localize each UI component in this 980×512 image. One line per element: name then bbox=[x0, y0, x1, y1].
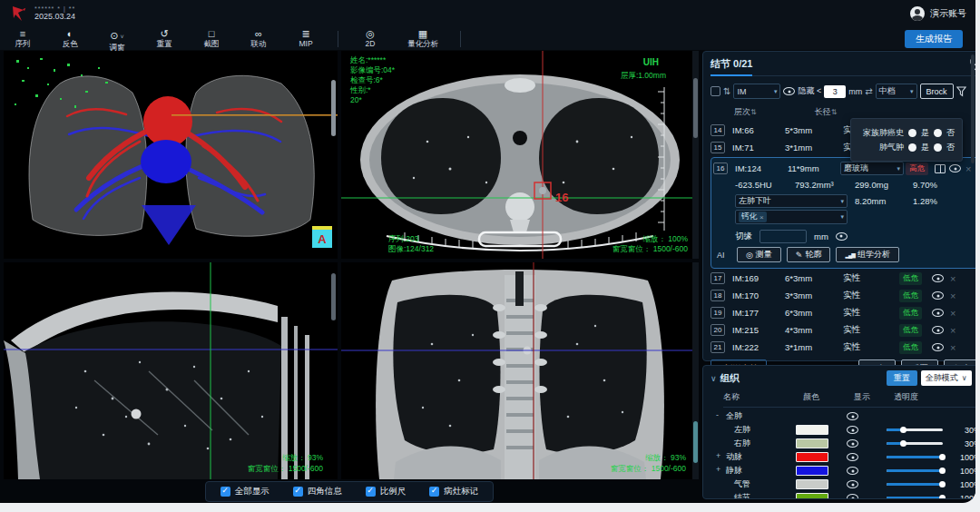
eye-icon[interactable] bbox=[949, 164, 961, 172]
sign-tags-select[interactable]: 钙化 ▾ bbox=[735, 210, 848, 224]
compare-icon[interactable] bbox=[935, 164, 946, 173]
toolbar-item-screenshot[interactable]: □ 截图 bbox=[196, 29, 227, 48]
checkbox-lesion-marks[interactable]: 病灶标记 bbox=[429, 486, 478, 497]
viewport-3d[interactable]: A bbox=[4, 51, 338, 259]
sort-icon[interactable]: ⇅ bbox=[723, 86, 730, 96]
radiomics-button[interactable]: ▂▄▆组学分析 bbox=[836, 247, 898, 262]
viewport-axial-scrollbar[interactable] bbox=[693, 78, 698, 138]
contour-button[interactable]: ✎轮廓 bbox=[787, 247, 831, 262]
eye-icon[interactable] bbox=[932, 326, 944, 334]
viewport-axial[interactable]: 16 姓名:****** 影像编号:04* 检查号:6* 性别:* 20* UI… bbox=[341, 51, 699, 259]
toolbar-item-quant-analysis[interactable]: ▦ 量化分析 bbox=[402, 29, 444, 48]
delete-icon[interactable] bbox=[950, 325, 963, 336]
collapse-icon[interactable]: ∨ bbox=[710, 374, 717, 383]
eye-icon[interactable] bbox=[847, 412, 858, 420]
radio-no[interactable] bbox=[934, 129, 942, 137]
lung-mode-select[interactable]: 全肺模式∨ bbox=[921, 370, 972, 386]
delete-icon[interactable] bbox=[965, 163, 975, 174]
color-swatch[interactable] bbox=[796, 425, 828, 435]
eye-icon[interactable] bbox=[836, 232, 848, 241]
tissue-reset-button[interactable]: 重置 bbox=[887, 370, 917, 386]
color-swatch[interactable] bbox=[796, 466, 828, 476]
tissue-row-whole-lung[interactable]: -全肺 bbox=[716, 409, 975, 423]
expand-toggle[interactable]: - bbox=[716, 410, 722, 422]
tissue-row-artery[interactable]: +动脉 100% bbox=[716, 450, 975, 464]
right-panel-scrollbar[interactable] bbox=[971, 54, 975, 163]
viewport-coronal-scrollbar[interactable] bbox=[693, 421, 698, 463]
expand-toggle[interactable]: + bbox=[716, 451, 722, 463]
toolbar-item-invert[interactable]: ◐ 反色 bbox=[54, 29, 85, 48]
nodule-row[interactable]: 18 IM:170 3*3mm 实性 低危 bbox=[710, 287, 975, 304]
delete-icon[interactable] bbox=[950, 273, 963, 284]
toolbar-item-link[interactable]: ∞ 联动 bbox=[243, 29, 274, 48]
toolbar-item-mip[interactable]: ≣ MIP bbox=[290, 29, 321, 48]
tissue-row-vein[interactable]: +静脉 100% bbox=[716, 464, 975, 478]
filter-funnel-icon[interactable] bbox=[956, 86, 966, 97]
eye-icon[interactable] bbox=[783, 87, 795, 95]
remove-tag-icon[interactable] bbox=[760, 213, 764, 222]
slider-thumb[interactable] bbox=[900, 427, 906, 433]
delete-icon[interactable] bbox=[950, 342, 963, 353]
opacity-slider[interactable] bbox=[887, 456, 943, 458]
3d-lung-render[interactable] bbox=[4, 51, 338, 259]
sort-icon[interactable]: ⇅ bbox=[831, 108, 838, 116]
nodule-row[interactable]: 17 IM:169 6*3mm 实性 低危 bbox=[710, 270, 975, 287]
nodule-row[interactable]: 20 IM:215 4*3mm 实性 低危 bbox=[710, 321, 975, 339]
eye-icon[interactable] bbox=[932, 291, 944, 300]
eye-icon[interactable] bbox=[847, 426, 858, 434]
eye-icon[interactable] bbox=[932, 309, 944, 317]
toolbar-item-reset[interactable]: ↺ 重置 bbox=[149, 29, 180, 48]
toolbar-item-series[interactable]: ≡ 序列 bbox=[7, 29, 38, 48]
select-all-checkbox[interactable] bbox=[710, 86, 720, 96]
opacity-slider[interactable] bbox=[887, 442, 943, 445]
opacity-slider[interactable] bbox=[887, 428, 943, 431]
opacity-slider[interactable] bbox=[887, 469, 943, 472]
swap-icon[interactable]: ⇄ bbox=[865, 86, 872, 96]
viewport-coronal[interactable]: 缩放： 93% 窗宽窗位： 1500/-600 bbox=[341, 262, 699, 479]
sort-icon[interactable]: ⇅ bbox=[750, 108, 757, 116]
toolbar-item-window[interactable]: ⊙˅ 调窗 bbox=[102, 26, 132, 52]
slider-thumb[interactable] bbox=[939, 454, 946, 460]
color-swatch[interactable] bbox=[796, 479, 828, 489]
hide-threshold-input[interactable] bbox=[824, 85, 846, 98]
radio-yes[interactable] bbox=[908, 143, 916, 152]
opacity-slider[interactable] bbox=[887, 483, 943, 486]
eye-icon[interactable] bbox=[932, 274, 944, 282]
eye-icon[interactable] bbox=[847, 467, 858, 475]
delete-icon[interactable] bbox=[950, 290, 963, 301]
nodule-row[interactable]: 21 IM:222 3*1mm 实性 低危 bbox=[710, 339, 975, 356]
radio-no[interactable] bbox=[934, 143, 942, 152]
slider-thumb[interactable] bbox=[939, 481, 946, 487]
color-swatch[interactable] bbox=[796, 438, 828, 448]
viewport-3d-scrollbar[interactable] bbox=[331, 80, 336, 136]
location-select[interactable]: 左肺下叶▾ bbox=[735, 194, 848, 208]
checkbox-corner-info[interactable]: 四角信息 bbox=[293, 486, 342, 497]
measure-button[interactable]: ◎测量 bbox=[737, 247, 781, 262]
slider-thumb[interactable] bbox=[939, 495, 946, 499]
generate-report-button[interactable]: 生成报告 bbox=[905, 30, 963, 48]
user-avatar[interactable] bbox=[910, 6, 925, 21]
eye-icon[interactable] bbox=[932, 343, 944, 351]
eye-icon[interactable] bbox=[847, 480, 858, 488]
checkbox-show-all[interactable]: 全部显示 bbox=[220, 486, 270, 497]
slider-thumb[interactable] bbox=[939, 468, 946, 474]
checkbox-icon[interactable] bbox=[429, 487, 439, 497]
viewport-sagittal[interactable]: 缩放： 93% 窗宽窗位： 1500/-600 bbox=[4, 262, 338, 479]
color-swatch[interactable] bbox=[796, 493, 828, 499]
brock-button[interactable]: Brock bbox=[920, 84, 954, 99]
expand-toggle[interactable]: + bbox=[716, 465, 722, 477]
radio-yes[interactable] bbox=[908, 129, 916, 137]
sagittal-ct-image[interactable] bbox=[4, 262, 338, 479]
color-swatch[interactable] bbox=[796, 452, 828, 462]
viewport-sagittal-scrollbar[interactable] bbox=[331, 273, 336, 320]
eye-icon[interactable] bbox=[847, 453, 858, 461]
delete-icon[interactable] bbox=[950, 308, 963, 319]
nodule-row[interactable]: 19 IM:177 6*3mm 实性 低危 bbox=[710, 304, 975, 321]
eye-icon[interactable] bbox=[847, 439, 858, 448]
density-select[interactable]: 磨玻璃▾ bbox=[840, 162, 904, 175]
opacity-slider[interactable] bbox=[887, 497, 943, 499]
reference-line[interactable] bbox=[172, 114, 338, 116]
slider-thumb[interactable] bbox=[900, 440, 906, 447]
checkbox-icon[interactable] bbox=[220, 487, 230, 497]
checkbox-icon[interactable] bbox=[366, 487, 376, 497]
